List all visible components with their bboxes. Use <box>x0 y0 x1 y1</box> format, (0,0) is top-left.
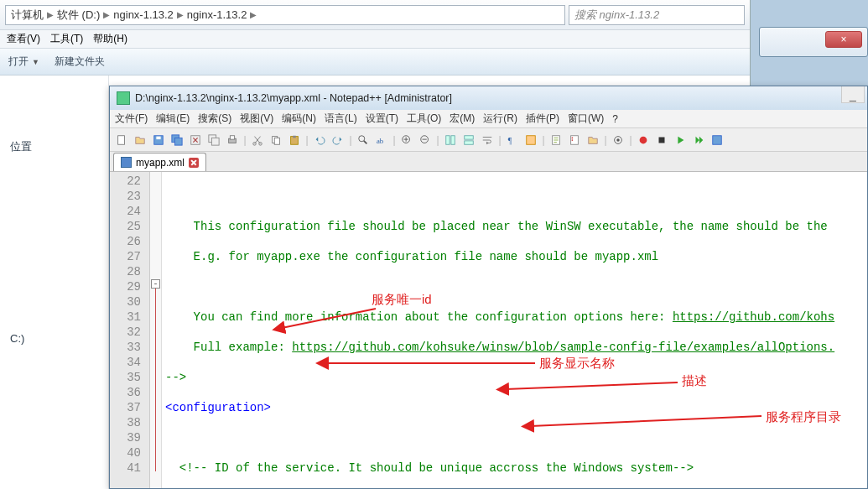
play-macro-icon[interactable] <box>672 132 689 148</box>
breadcrumb-item[interactable]: 软件 (D:) <box>57 8 100 23</box>
svg-rect-2 <box>156 136 160 139</box>
separator: | <box>348 132 353 148</box>
close-icon[interactable] <box>187 132 204 148</box>
svg-rect-21 <box>451 135 455 144</box>
breadcrumb[interactable]: 计算机▶ 软件 (D:)▶ nginx-1.13.2▶ nginx-1.13.2… <box>5 5 565 25</box>
sync-v-icon[interactable] <box>442 132 459 148</box>
chevron-right-icon: ▶ <box>100 10 113 19</box>
tab-label: myapp.xml <box>136 157 185 169</box>
find-icon[interactable] <box>355 132 372 148</box>
save-icon[interactable] <box>150 132 167 148</box>
background-dialog: × <box>759 27 868 57</box>
annotation-display-name: 服务显示名称 <box>539 356 615 371</box>
new-file-icon[interactable] <box>113 132 130 148</box>
svg-rect-0 <box>118 135 125 144</box>
save-macro-icon[interactable] <box>709 132 725 148</box>
svg-point-29 <box>572 139 574 141</box>
menu-plugins[interactable]: 插件(P) <box>526 112 559 126</box>
explorer-toolbar: 打开 ▼ 新建文件夹 <box>0 49 750 75</box>
new-folder-button[interactable]: 新建文件夹 <box>55 55 105 69</box>
doc-map-icon[interactable] <box>548 132 564 148</box>
menu-view[interactable]: 查看(V) <box>7 32 40 46</box>
menu-window[interactable]: 窗口(W) <box>568 112 604 126</box>
svg-rect-20 <box>446 135 450 144</box>
menu-encoding[interactable]: 编码(N) <box>282 112 316 126</box>
app-icon <box>117 91 130 105</box>
folder-tree-icon[interactable] <box>585 132 601 148</box>
separator: | <box>392 132 397 148</box>
minimize-button[interactable]: _ <box>841 86 865 103</box>
toolbar: | | | ab | | | ¶ | | | <box>110 128 867 152</box>
replay-macro-icon[interactable] <box>690 132 707 148</box>
svg-rect-25 <box>527 135 536 144</box>
wrap-icon[interactable] <box>479 132 496 148</box>
menu-language[interactable]: 语言(L) <box>325 112 357 126</box>
copy-icon[interactable] <box>268 132 284 148</box>
fold-toggle-icon[interactable]: - <box>151 279 160 289</box>
sync-h-icon[interactable] <box>460 132 477 148</box>
paste-icon[interactable] <box>286 132 303 148</box>
menu-view[interactable]: 视图(V) <box>240 112 273 126</box>
monitor-icon[interactable] <box>610 132 626 148</box>
show-all-icon[interactable]: ¶ <box>504 132 521 148</box>
svg-rect-13 <box>274 138 279 144</box>
search-placeholder: 搜索 nginx-1.13.2 <box>574 8 659 23</box>
svg-point-31 <box>616 138 620 142</box>
svg-rect-9 <box>230 135 234 138</box>
separator: | <box>603 132 608 148</box>
record-macro-icon[interactable] <box>635 132 652 148</box>
svg-point-28 <box>572 137 574 138</box>
open-file-icon[interactable] <box>132 132 148 148</box>
chevron-right-icon: ▶ <box>174 10 187 19</box>
undo-icon[interactable] <box>311 132 328 148</box>
line-number-gutter: 2223242526272829303132333435363738394041 <box>110 172 150 488</box>
cut-icon[interactable] <box>249 132 266 148</box>
zoom-out-icon[interactable] <box>417 132 434 148</box>
code-area[interactable]: This configuration file should be placed… <box>162 172 867 488</box>
explorer-search-input[interactable]: 搜索 nginx-1.13.2 <box>569 5 745 25</box>
menu-help[interactable]: ? <box>612 113 618 125</box>
svg-rect-34 <box>713 135 722 144</box>
close-button[interactable]: × <box>825 31 862 48</box>
tab-close-icon[interactable] <box>189 158 199 168</box>
menu-help[interactable]: 帮助(H) <box>93 32 127 46</box>
menu-macro[interactable]: 宏(M) <box>450 112 475 126</box>
file-icon <box>121 157 132 168</box>
menu-search[interactable]: 搜索(S) <box>198 112 231 126</box>
tab-myapp-xml[interactable]: myapp.xml <box>113 153 206 171</box>
svg-text:ab: ab <box>377 136 384 144</box>
breadcrumb-item[interactable]: nginx-1.13.2 <box>187 8 247 21</box>
zoom-in-icon[interactable] <box>398 132 415 148</box>
menu-file[interactable]: 文件(F) <box>115 112 148 126</box>
svg-rect-23 <box>465 140 474 143</box>
menubar: 文件(F) 编辑(E) 搜索(S) 视图(V) 编码(N) 语言(L) 设置(T… <box>110 110 867 128</box>
save-all-icon[interactable] <box>169 132 185 148</box>
separator: | <box>541 132 546 148</box>
svg-rect-15 <box>293 135 296 138</box>
stop-macro-icon[interactable] <box>653 132 670 148</box>
notepadpp-window: D:\nginx-1.13.2\nginx-1.13.2\myapp.xml -… <box>109 86 868 489</box>
svg-rect-33 <box>659 137 665 143</box>
menu-tools[interactable]: 工具(O) <box>407 112 441 126</box>
tab-bar: myapp.xml <box>110 152 867 172</box>
svg-rect-4 <box>174 138 182 145</box>
func-list-icon[interactable] <box>566 132 583 148</box>
breadcrumb-item[interactable]: 计算机 <box>11 8 44 23</box>
sidebar-item[interactable]: C:) <box>7 327 101 350</box>
close-all-icon[interactable] <box>205 132 222 148</box>
menu-run[interactable]: 运行(R) <box>483 112 517 126</box>
fold-gutter: - <box>150 172 162 488</box>
editor[interactable]: 2223242526272829303132333435363738394041… <box>110 172 867 488</box>
menu-settings[interactable]: 设置(T) <box>366 112 398 126</box>
svg-point-32 <box>640 136 647 143</box>
replace-icon[interactable]: ab <box>373 132 390 148</box>
menu-tools[interactable]: 工具(T) <box>50 32 83 46</box>
print-icon[interactable] <box>224 132 241 148</box>
breadcrumb-item[interactable]: nginx-1.13.2 <box>113 8 174 21</box>
menu-edit[interactable]: 编辑(E) <box>156 112 190 126</box>
separator: | <box>497 132 502 148</box>
redo-icon[interactable] <box>330 132 346 148</box>
sidebar-item[interactable]: 位置 <box>7 134 101 159</box>
open-button[interactable]: 打开 ▼ <box>8 55 39 69</box>
indent-guide-icon[interactable] <box>522 132 539 148</box>
